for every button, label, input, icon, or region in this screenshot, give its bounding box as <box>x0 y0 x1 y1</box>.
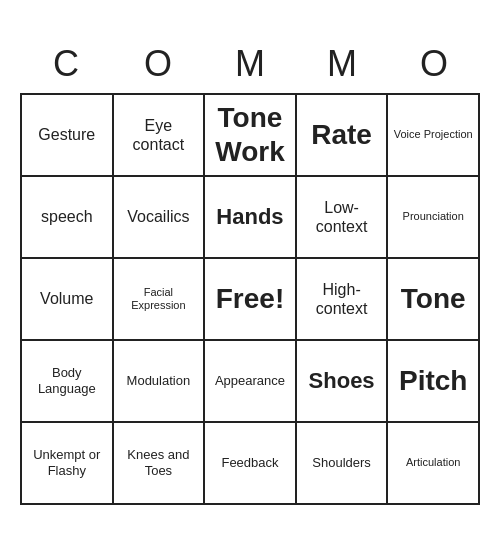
cell-text-r0-c0: Gesture <box>38 125 95 144</box>
cell-r3-c4: Pitch <box>388 341 480 423</box>
cell-r2-c1: Facial Expression <box>114 259 206 341</box>
cell-text-r1-c3: Low-context <box>301 198 383 236</box>
cell-r2-c2: Free! <box>205 259 297 341</box>
cell-text-r1-c4: Prounciation <box>403 210 464 223</box>
bingo-header: COMMO <box>20 39 480 89</box>
cell-text-r4-c2: Feedback <box>221 455 278 471</box>
cell-text-r4-c3: Shoulders <box>312 455 371 471</box>
cell-text-r2-c4: Tone <box>401 282 466 316</box>
cell-r2-c0: Volume <box>22 259 114 341</box>
header-letter-m-2: M <box>204 39 296 89</box>
cell-text-r2-c2: Free! <box>216 282 284 316</box>
cell-text-r4-c1: Knees and Toes <box>118 447 200 478</box>
cell-text-r0-c1: Eye contact <box>118 116 200 154</box>
cell-r0-c4: Voice Projection <box>388 95 480 177</box>
cell-text-r0-c2: Tone Work <box>209 101 291 168</box>
header-letter-c-0: C <box>20 39 112 89</box>
cell-r4-c1: Knees and Toes <box>114 423 206 505</box>
cell-r1-c1: Vocailics <box>114 177 206 259</box>
cell-text-r1-c2: Hands <box>216 204 283 230</box>
header-letter-o-4: O <box>388 39 480 89</box>
cell-text-r4-c4: Articulation <box>406 456 460 469</box>
cell-r2-c4: Tone <box>388 259 480 341</box>
cell-text-r2-c1: Facial Expression <box>118 286 200 312</box>
cell-r4-c4: Articulation <box>388 423 480 505</box>
cell-r1-c3: Low-context <box>297 177 389 259</box>
bingo-card: COMMO GestureEye contactTone WorkRateVoi… <box>10 29 490 515</box>
cell-text-r3-c3: Shoes <box>309 368 375 394</box>
cell-r4-c3: Shoulders <box>297 423 389 505</box>
cell-r1-c2: Hands <box>205 177 297 259</box>
cell-text-r1-c0: speech <box>41 207 93 226</box>
cell-text-r3-c2: Appearance <box>215 373 285 389</box>
cell-r2-c3: High-context <box>297 259 389 341</box>
cell-text-r4-c0: Unkempt or Flashy <box>26 447 108 478</box>
cell-text-r3-c1: Modulation <box>127 373 191 389</box>
cell-text-r0-c4: Voice Projection <box>394 128 473 141</box>
cell-r4-c2: Feedback <box>205 423 297 505</box>
header-letter-o-1: O <box>112 39 204 89</box>
bingo-grid: GestureEye contactTone WorkRateVoice Pro… <box>20 93 480 505</box>
cell-text-r3-c0: Body Language <box>26 365 108 396</box>
cell-r3-c1: Modulation <box>114 341 206 423</box>
cell-r1-c4: Prounciation <box>388 177 480 259</box>
cell-r0-c0: Gesture <box>22 95 114 177</box>
cell-text-r2-c0: Volume <box>40 289 93 308</box>
cell-r3-c2: Appearance <box>205 341 297 423</box>
cell-r3-c0: Body Language <box>22 341 114 423</box>
header-letter-m-3: M <box>296 39 388 89</box>
cell-r1-c0: speech <box>22 177 114 259</box>
cell-r0-c3: Rate <box>297 95 389 177</box>
cell-text-r0-c3: Rate <box>311 118 372 152</box>
cell-text-r1-c1: Vocailics <box>127 207 189 226</box>
cell-r4-c0: Unkempt or Flashy <box>22 423 114 505</box>
cell-r3-c3: Shoes <box>297 341 389 423</box>
cell-r0-c1: Eye contact <box>114 95 206 177</box>
cell-text-r3-c4: Pitch <box>399 364 467 398</box>
cell-text-r2-c3: High-context <box>301 280 383 318</box>
cell-r0-c2: Tone Work <box>205 95 297 177</box>
